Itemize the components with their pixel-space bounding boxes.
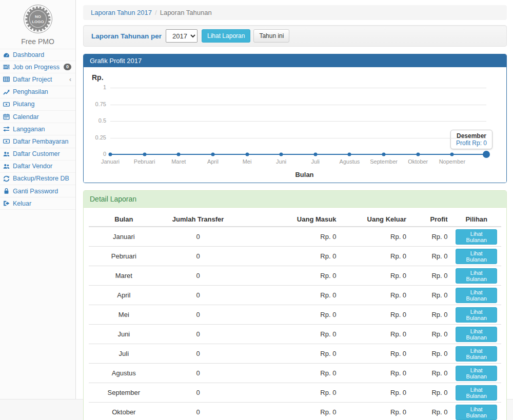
sidebar-item-penghasilan[interactable]: Penghasilan <box>0 86 75 98</box>
x-tick-label: Januari <box>101 158 120 165</box>
sidebar: NO LOGO Free PMO DashboardJob on Progres… <box>0 0 76 399</box>
detail-panel-body: Bulan Jumlah Transfer Uang Masuk Uang Ke… <box>84 208 506 420</box>
table-row-pebruari: Pebruari0Rp. 0Rp. 0Rp. 0Lihat Bulanan <box>89 247 501 266</box>
cell-pilihan: Lihat Bulanan <box>451 286 501 305</box>
lihat-bulanan-button[interactable]: Lihat Bulanan <box>456 268 497 284</box>
grid-line <box>110 88 486 88</box>
exchange-icon <box>3 126 11 132</box>
header-bulan: Bulan <box>89 212 159 227</box>
data-point-mei[interactable] <box>245 153 249 156</box>
cell-profit: Rp. 0 <box>410 403 451 420</box>
sidebar-item-calendar[interactable]: Calendar <box>0 111 75 123</box>
cell-pilihan: Lihat Bulanan <box>451 305 501 325</box>
year-select[interactable]: 2017 <box>166 29 198 43</box>
x-tick-label: Agustus <box>340 158 360 165</box>
cell-uang-keluar: Rp. 0 <box>340 286 410 305</box>
brand-name: Free PMO <box>0 37 75 46</box>
breadcrumb-current: Laporan Tahunan <box>160 9 212 16</box>
chart-y-axis-title: Rp. <box>92 73 499 82</box>
calendar-icon <box>3 113 11 120</box>
cell-uang-keluar: Rp. 0 <box>340 227 410 247</box>
svg-text:NO: NO <box>35 14 41 19</box>
cell-jumlah-transfer: 0 <box>159 266 238 286</box>
lihat-bulanan-button[interactable]: Lihat Bulanan <box>456 405 497 420</box>
sidebar-item-daftar-vendor[interactable]: Daftar Vendor <box>0 161 75 173</box>
data-point-juni[interactable] <box>280 153 283 156</box>
cell-uang-masuk: Rp. 0 <box>237 344 340 364</box>
table-row-mei: Mei0Rp. 0Rp. 0Rp. 0Lihat Bulanan <box>89 305 501 325</box>
cell-jumlah-transfer: 0 <box>159 383 238 403</box>
cell-uang-keluar: Rp. 0 <box>340 364 410 383</box>
lihat-bulanan-button[interactable]: Lihat Bulanan <box>456 288 497 303</box>
sidebar-item-job-on-progress[interactable]: Job on Progress0 <box>0 61 75 73</box>
sidebar-item-label: Keluar <box>13 200 71 207</box>
tahun-ini-button[interactable]: Tahun ini <box>253 29 289 43</box>
filter-label: Laporan Tahunan per <box>91 32 162 40</box>
lihat-bulanan-button[interactable]: Lihat Bulanan <box>456 346 497 362</box>
profit-chart-panel: Grafik Profit 2017 Rp. 00.250.50.751 Des… <box>83 54 507 183</box>
table-row-juli: Juli0Rp. 0Rp. 0Rp. 0Lihat Bulanan <box>89 344 501 364</box>
cell-profit: Rp. 0 <box>410 364 451 383</box>
tooltip-title: Desember <box>456 132 487 139</box>
cell-pilihan: Lihat Bulanan <box>451 364 501 383</box>
sidebar-item-daftar-pembayaran[interactable]: Daftar Pembayaran <box>0 135 75 148</box>
x-tick-label: Pebruari <box>134 158 155 165</box>
lihat-bulanan-button[interactable]: Lihat Bulanan <box>456 385 497 401</box>
sidebar-item-keluar[interactable]: Keluar <box>0 197 75 210</box>
data-point-nopember[interactable] <box>450 153 454 156</box>
data-point-september[interactable] <box>382 153 386 156</box>
users-icon <box>3 151 11 157</box>
sidebar-item-label: Daftar Pembayaran <box>13 138 71 145</box>
cell-profit: Rp. 0 <box>410 305 451 325</box>
cell-bulan: April <box>89 286 159 305</box>
cell-profit: Rp. 0 <box>410 286 451 305</box>
cell-uang-keluar: Rp. 0 <box>340 305 410 325</box>
lihat-bulanan-button[interactable]: Lihat Bulanan <box>456 229 497 245</box>
sidebar-menu: DashboardJob on Progress0Daftar Project‹… <box>0 49 75 210</box>
cell-uang-keluar: Rp. 0 <box>340 247 410 266</box>
sidebar-item-daftar-customer[interactable]: Daftar Customer <box>0 148 75 161</box>
sidebar-item-backup-restore-db[interactable]: Backup/Restore DB <box>0 173 75 185</box>
lihat-bulanan-button[interactable]: Lihat Bulanan <box>456 249 497 264</box>
data-point-januari[interactable] <box>109 153 112 156</box>
cell-uang-masuk: Rp. 0 <box>237 364 340 383</box>
sidebar-item-daftar-project[interactable]: Daftar Project‹ <box>0 73 75 86</box>
cell-uang-masuk: Rp. 0 <box>237 325 340 344</box>
lihat-bulanan-button[interactable]: Lihat Bulanan <box>456 366 497 381</box>
data-point-agustus[interactable] <box>348 153 351 156</box>
x-tick-label: Juni <box>276 158 286 165</box>
breadcrumb-link-laporan-tahun[interactable]: Laporan Tahun 2017 <box>91 9 152 16</box>
breadcrumb-separator: / <box>155 9 157 16</box>
data-point-maret[interactable] <box>177 153 181 156</box>
sidebar-item-langganan[interactable]: Langganan <box>0 123 75 135</box>
cell-pilihan: Lihat Bulanan <box>451 383 501 403</box>
refresh-icon <box>3 175 11 182</box>
sidebar-item-piutang[interactable]: Piutang <box>0 98 75 111</box>
data-point-pebruari[interactable] <box>143 153 146 156</box>
lihat-bulanan-button[interactable]: Lihat Bulanan <box>456 327 497 342</box>
cell-uang-keluar: Rp. 0 <box>340 266 410 286</box>
cell-uang-keluar: Rp. 0 <box>340 344 410 364</box>
lihat-laporan-button[interactable]: Lihat Laporan <box>202 29 250 43</box>
data-point-oktober[interactable] <box>416 153 420 156</box>
breadcrumb: Laporan Tahun 2017/Laporan Tahunan <box>83 5 507 20</box>
cell-profit: Rp. 0 <box>410 247 451 266</box>
x-tick-label: Maret <box>171 158 186 165</box>
table-row-januari: Januari0Rp. 0Rp. 0Rp. 0Lihat Bulanan <box>89 227 501 247</box>
svg-text:LOGO: LOGO <box>32 19 44 24</box>
header-uang-keluar: Uang Keluar <box>340 212 410 227</box>
sidebar-item-ganti-password[interactable]: Ganti Password <box>0 185 75 197</box>
table-row-maret: Maret0Rp. 0Rp. 0Rp. 0Lihat Bulanan <box>89 266 501 286</box>
data-point-april[interactable] <box>211 153 214 156</box>
main-content: Laporan Tahun 2017/Laporan Tahunan Lapor… <box>76 0 513 420</box>
sidebar-item-dashboard[interactable]: Dashboard <box>0 49 75 61</box>
x-tick-label: Juli <box>311 158 320 165</box>
lihat-bulanan-button[interactable]: Lihat Bulanan <box>456 307 497 323</box>
cell-jumlah-transfer: 0 <box>159 227 238 247</box>
data-point-juli[interactable] <box>313 153 317 156</box>
sidebar-item-label: Daftar Vendor <box>13 163 71 170</box>
cell-uang-masuk: Rp. 0 <box>237 227 340 247</box>
lock-icon <box>3 188 11 194</box>
data-point-desember[interactable] <box>483 151 490 158</box>
header-profit: Profit <box>410 212 451 227</box>
